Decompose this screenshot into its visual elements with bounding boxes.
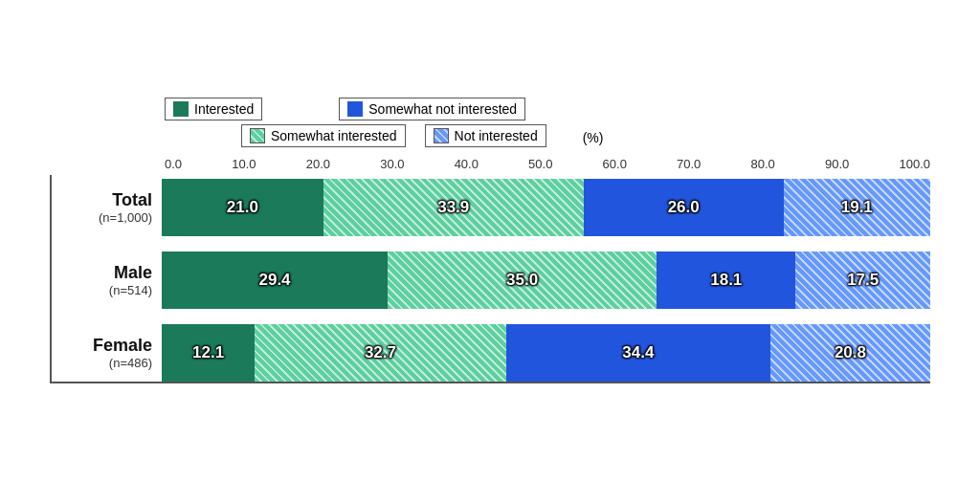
bar-segment-male-interested: 29.4 [162, 251, 388, 309]
legend-item-not-interested: Not interested [425, 124, 546, 147]
legend-item-interested: Interested [165, 98, 262, 120]
chart-container: Interested Somewhat not interested Somew… [31, 88, 949, 393]
legend-swatch-somewhat-not-interested [347, 101, 363, 117]
axis-20: 20.0 [306, 157, 330, 171]
axis-50: 50.0 [528, 157, 552, 171]
axis-0: 0.0 [165, 157, 182, 171]
legend-label-somewhat-interested: Somewhat interested [271, 128, 397, 143]
bar-row-male: Male (n=514) 29.4 35.0 18.1 17.5 [52, 248, 930, 309]
female-main-label: Female [52, 336, 152, 356]
row-label-total: Total (n=1,000) [52, 190, 162, 225]
bar-track-total: 21.0 33.9 26.0 19.1 [162, 179, 930, 236]
bar-segment-male-not-interested: 17.5 [795, 251, 930, 309]
bar-row-female: Female (n=486) 12.1 32.7 34.4 20.8 [52, 320, 930, 382]
axis-30: 30.0 [380, 157, 404, 171]
legend: Interested Somewhat not interested Somew… [50, 98, 930, 151]
legend-label-somewhat-not-interested: Somewhat not interested [368, 101, 517, 117]
female-sub-label: (n=486) [52, 356, 152, 370]
bar-segment-male-somewhat-interested: 35.0 [388, 251, 657, 309]
bar-segment-male-somewhat-not-interested: 18.1 [657, 251, 795, 309]
bar-segment-female-somewhat-interested: 32.7 [255, 324, 506, 382]
male-main-label: Male [52, 263, 152, 283]
total-main-label: Total [52, 190, 152, 210]
bar-track-male: 29.4 35.0 18.1 17.5 [162, 251, 930, 309]
axis-10: 10.0 [232, 157, 256, 171]
legend-label-interested: Interested [194, 101, 254, 117]
legend-swatch-somewhat-interested [250, 128, 265, 143]
axis-labels: 0.0 10.0 20.0 30.0 40.0 50.0 60.0 70.0 8… [165, 157, 930, 171]
bar-segment-total-somewhat-not-interested: 26.0 [584, 179, 784, 236]
bar-row-total: Total (n=1,000) 21.0 33.9 26.0 19.1 [52, 175, 930, 236]
chart-body: Total (n=1,000) 21.0 33.9 26.0 19.1 [50, 175, 930, 383]
bar-segment-total-interested: 21.0 [162, 179, 323, 236]
legend-swatch-not-interested [434, 128, 449, 143]
row-label-female: Female (n=486) [52, 336, 162, 370]
legend-label-not-interested: Not interested [455, 128, 538, 143]
bar-segment-female-not-interested: 20.8 [770, 324, 930, 382]
legend-swatch-interested [173, 101, 189, 117]
legend-row-2: Somewhat interested Not interested (%) [165, 124, 930, 147]
axis-60: 60.0 [603, 157, 627, 171]
percent-unit: (%) [583, 130, 604, 145]
legend-item-somewhat-interested: Somewhat interested [241, 124, 406, 147]
axis-40: 40.0 [455, 157, 479, 171]
bar-track-female: 12.1 32.7 34.4 20.8 [162, 324, 930, 382]
total-sub-label: (n=1,000) [52, 210, 152, 225]
bar-segment-female-somewhat-not-interested: 34.4 [506, 324, 770, 382]
axis-80: 80.0 [751, 157, 775, 171]
bar-segment-total-somewhat-interested: 33.9 [323, 179, 584, 236]
bar-segment-female-interested: 12.1 [162, 324, 255, 382]
axis-70: 70.0 [677, 157, 701, 171]
axis-90: 90.0 [825, 157, 849, 171]
legend-item-somewhat-not-interested: Somewhat not interested [339, 98, 525, 120]
legend-row-1: Interested Somewhat not interested [165, 98, 930, 120]
male-sub-label: (n=514) [52, 283, 152, 297]
row-label-male: Male (n=514) [52, 263, 162, 297]
axis-row: 0.0 10.0 20.0 30.0 40.0 50.0 60.0 70.0 8… [165, 157, 930, 171]
bar-segment-total-not-interested: 19.1 [784, 179, 930, 236]
axis-100: 100.0 [899, 157, 930, 171]
